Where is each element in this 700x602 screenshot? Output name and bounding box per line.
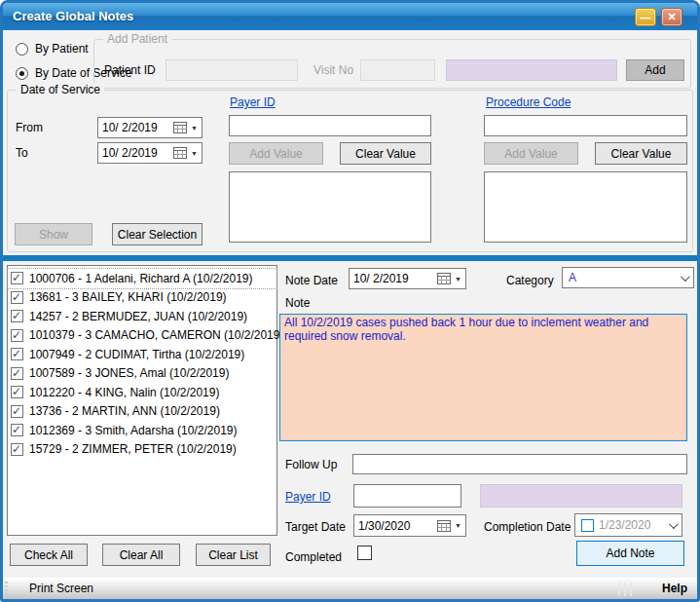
note-textarea[interactable]: All 10/2/2019 cases pushed back 1 hour d… [279, 314, 687, 441]
completion-date-picker[interactable]: 1/23/2020 [574, 513, 682, 537]
checked-checkbox-icon[interactable] [11, 310, 23, 322]
checked-checkbox-icon[interactable] [11, 272, 23, 284]
add-patient-button[interactable]: Add [626, 59, 684, 81]
gripper-icon [5, 582, 8, 597]
patient-name-display [446, 59, 617, 81]
to-label: To [16, 146, 28, 160]
patient-list-item[interactable]: 1007589 - 3 JONES, Amal (10/2/2019) [8, 364, 276, 384]
procedure-code-filter-input[interactable] [484, 115, 687, 136]
checked-checkbox-icon[interactable] [11, 386, 23, 398]
title-bar[interactable]: Create Global Notes — ✕ [3, 3, 697, 30]
checked-checkbox-icon[interactable] [11, 405, 23, 418]
procedure-add-value-button[interactable]: Add Value [484, 142, 578, 165]
payer-id-filter-input[interactable] [229, 115, 431, 136]
completion-date-checkbox[interactable] [581, 519, 594, 532]
note-date-picker[interactable]: 10/ 2/2019 ▼ [349, 268, 466, 289]
chevron-down-icon [669, 519, 679, 529]
payer-add-value-button[interactable]: Add Value [229, 142, 323, 165]
payer-id-link[interactable]: Payer ID [285, 490, 331, 504]
patient-label: 1012369 - 3 Smith, Adarsha (10/2/2019) [29, 424, 237, 437]
patient-list-item[interactable]: 1012369 - 3 Smith, Adarsha (10/2/2019) [8, 421, 276, 440]
completion-date-label: Completion Date [484, 520, 571, 534]
patient-label: 1010379 - 3 CAMACHO, CAMERON (10/2/2019) [29, 328, 283, 342]
section-divider [3, 255, 697, 261]
patient-label: 13681 - 3 BAILEY, KHARI (10/2/2019) [29, 290, 227, 304]
minimize-button[interactable]: — [635, 8, 656, 26]
note-date-label: Note Date [285, 274, 338, 287]
clear-selection-button[interactable]: Clear Selection [112, 223, 203, 245]
note-label: Note [285, 296, 310, 310]
completion-date-value: 1/23/2020 [599, 518, 664, 532]
patient-checked-list[interactable]: 1000706 - 1 Adelani, Richard A (10/2/201… [7, 265, 277, 536]
visit-no-input[interactable] [360, 59, 435, 81]
procedure-code-filter-link[interactable]: Procedure Code [486, 95, 571, 109]
target-date-label: Target Date [285, 520, 346, 534]
checked-checkbox-icon[interactable] [11, 367, 23, 380]
calendar-icon[interactable] [173, 122, 187, 133]
chevron-down-icon[interactable]: ▼ [455, 276, 461, 282]
follow-up-label: Follow Up [285, 458, 337, 471]
payer-id-filter-link[interactable]: Payer ID [230, 95, 276, 109]
clear-list-button[interactable]: Clear List [196, 544, 271, 566]
checked-checkbox-icon[interactable] [11, 443, 23, 456]
payer-clear-value-button[interactable]: Clear Value [340, 142, 431, 165]
patient-list-item[interactable]: 1000706 - 1 Adelani, Richard A (10/2/201… [8, 269, 276, 288]
patient-list-item[interactable]: 13736 - 2 MARTIN, ANN (10/2/2019) [8, 402, 276, 422]
category-label: Category [506, 274, 554, 287]
close-button[interactable]: ✕ [661, 8, 682, 26]
help-item[interactable]: Help [662, 579, 687, 599]
create-global-notes-window: Create Global Notes — ✕ By Patient By Da… [0, 0, 700, 602]
chevron-down-icon[interactable]: ▼ [455, 522, 461, 529]
target-date-value: 1/30/2020 [358, 519, 433, 533]
chevron-down-icon[interactable]: ▼ [191, 125, 198, 132]
chevron-down-icon [681, 272, 690, 282]
patient-list-item[interactable]: 1007949 - 2 CUDIMAT, Tirtha (10/2/2019) [8, 345, 276, 364]
patient-list-item[interactable]: 15729 - 2 ZIMMER, PETER (10/2/2019) [8, 440, 276, 460]
show-button[interactable]: Show [15, 223, 92, 245]
from-date-picker[interactable]: 10/ 2/2019 ▼ [97, 117, 203, 138]
clear-all-button[interactable]: Clear All [102, 544, 180, 566]
follow-up-input[interactable] [352, 454, 687, 474]
checked-checkbox-icon[interactable] [11, 348, 23, 360]
patient-list-item[interactable]: 1012220 - 4 KING, Nalin (10/2/2019) [8, 383, 276, 402]
patient-label: 14257 - 2 BERMUDEZ, JUAN (10/2/2019) [29, 310, 247, 323]
visit-no-label: Visit No [313, 63, 353, 77]
radio-by-patient[interactable] [16, 43, 28, 56]
chevron-down-icon[interactable]: ▼ [191, 150, 198, 157]
radio-by-patient-label[interactable]: By Patient [35, 42, 89, 56]
target-date-picker[interactable]: 1/30/2020 ▼ [353, 514, 466, 537]
completed-checkbox[interactable] [357, 546, 372, 560]
window-title: Create Global Notes [13, 3, 133, 30]
patient-label: 1000706 - 1 Adelani, Richard A (10/2/201… [29, 272, 253, 285]
to-date-value: 10/ 2/2019 [102, 146, 169, 160]
patient-list-item[interactable]: 1010379 - 3 CAMACHO, CAMERON (10/2/2019) [8, 326, 276, 346]
check-all-button[interactable]: Check All [10, 544, 88, 566]
patient-label: 1007589 - 3 JONES, Amal (10/2/2019) [29, 366, 229, 380]
payer-id-listbox[interactable] [229, 171, 431, 243]
add-note-button[interactable]: Add Note [576, 541, 684, 566]
payer-id-input[interactable] [353, 484, 461, 508]
checked-checkbox-icon[interactable] [11, 291, 23, 304]
patient-label: 15729 - 2 ZIMMER, PETER (10/2/2019) [29, 442, 237, 456]
patient-label: 1012220 - 4 KING, Nalin (10/2/2019) [29, 386, 219, 399]
patient-list-item[interactable]: 14257 - 2 BERMUDEZ, JUAN (10/2/2019) [8, 307, 276, 326]
to-date-picker[interactable]: 10/ 2/2019 ▼ [97, 142, 203, 164]
procedure-clear-value-button[interactable]: Clear Value [595, 142, 687, 165]
patient-id-label: Patient ID [104, 63, 156, 77]
calendar-icon[interactable] [173, 147, 187, 159]
completed-label: Completed [285, 550, 342, 564]
close-icon: ✕ [667, 11, 676, 23]
category-value: A [569, 271, 676, 284]
radio-by-date-of-service[interactable] [16, 67, 28, 80]
patient-list-item[interactable]: 13681 - 3 BAILEY, KHARI (10/2/2019) [8, 288, 276, 308]
category-select[interactable]: A [562, 267, 694, 288]
procedure-code-listbox[interactable] [484, 171, 687, 243]
checked-checkbox-icon[interactable] [11, 329, 23, 342]
checked-checkbox-icon[interactable] [11, 424, 23, 436]
resize-grip-icon [618, 583, 635, 596]
patient-id-input[interactable] [166, 59, 298, 81]
calendar-icon[interactable] [437, 273, 451, 284]
calendar-icon[interactable] [437, 520, 451, 532]
print-screen-item[interactable]: Print Screen [29, 579, 93, 599]
minimize-icon: — [641, 12, 651, 23]
